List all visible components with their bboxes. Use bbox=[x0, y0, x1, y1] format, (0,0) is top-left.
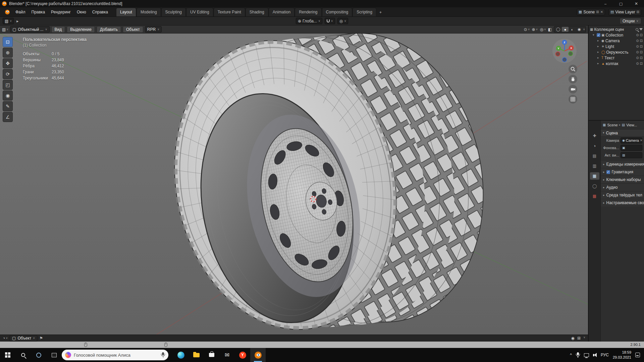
panel-custom-properties[interactable]: ▸ Настраиваемые свойства bbox=[601, 199, 644, 206]
panel-audio[interactable]: ▸ Аудио bbox=[601, 183, 644, 191]
scene-selector[interactable]: ▦ Scene ⊞ ✕ bbox=[577, 9, 605, 15]
render-camera-icon[interactable]: ⊡ bbox=[640, 62, 643, 65]
tool-scale-button[interactable]: ◰ bbox=[3, 80, 13, 90]
zoom-view-button[interactable] bbox=[569, 65, 577, 73]
volume-icon[interactable] bbox=[593, 353, 597, 357]
navigation-gizmo[interactable]: Z X Y bbox=[552, 38, 577, 64]
tool-move-button[interactable]: ✥ bbox=[3, 58, 13, 68]
scene-section-header[interactable]: ▾ Сцена bbox=[601, 129, 644, 137]
outliner-row-collection[interactable]: ▾ ✓ ▣ Collection ⊙⊡ bbox=[589, 32, 644, 38]
tool-rotate-button[interactable]: ⟳ bbox=[3, 69, 13, 79]
tab-layout[interactable]: Layout bbox=[116, 8, 136, 16]
tab-output-properties[interactable]: ▤ bbox=[590, 152, 599, 160]
cortana-button[interactable] bbox=[31, 348, 46, 362]
timeline-editor-type-button[interactable]: ◔ ∨ bbox=[3, 336, 8, 340]
shading-solid-button[interactable]: ● bbox=[562, 27, 569, 32]
notification-center-icon[interactable] bbox=[635, 353, 640, 357]
tab-render-properties[interactable]: ◑ bbox=[590, 142, 599, 149]
chevron-down-icon[interactable]: ∨ bbox=[583, 336, 585, 340]
viewport-editor-type-button[interactable]: ▧ ∨ bbox=[2, 27, 8, 32]
menu-rpr[interactable]: RPR ∨ bbox=[145, 26, 162, 33]
collection-checkbox[interactable]: ✓ bbox=[597, 33, 600, 37]
task-view-button[interactable] bbox=[46, 348, 62, 362]
alisa-search-box[interactable]: Голосовой помощник Алиса bbox=[62, 350, 168, 360]
disclosure-icon[interactable]: ▸ bbox=[597, 56, 600, 59]
tab-view-layer-properties[interactable]: ▥ bbox=[590, 162, 599, 170]
taskbar-search-button[interactable] bbox=[15, 348, 31, 362]
camera-property-field[interactable]: ◉ Camera ✕ bbox=[621, 137, 642, 143]
breadcrumb-scene[interactable]: Scene bbox=[607, 123, 618, 127]
3d-viewport-canvas[interactable] bbox=[0, 34, 588, 335]
overlays-toggle[interactable]: ◎ ∨ bbox=[540, 27, 546, 32]
menu-help[interactable]: Справка bbox=[90, 9, 111, 15]
interaction-mode-select[interactable]: ▢ Объектный ... ∨ bbox=[10, 26, 49, 33]
menu-file[interactable]: Файл bbox=[13, 9, 28, 15]
tab-sculpting[interactable]: Sculpting bbox=[161, 8, 186, 16]
3d-viewport[interactable]: ⊡ ⊕ ✥ ⟳ ◰ ◉ ✎ ∠ Пользовательская перспек… bbox=[0, 34, 588, 335]
tab-tool-properties[interactable]: ✚ bbox=[590, 132, 599, 139]
view-layer-selector[interactable]: ▤ View Layer ⊞ bbox=[608, 9, 641, 15]
tool-select-box-button[interactable]: ⊡ bbox=[3, 37, 13, 47]
render-camera-icon[interactable]: ⊡ bbox=[640, 39, 643, 43]
tab-compositing[interactable]: Compositing bbox=[322, 8, 353, 16]
unlink-scene-icon[interactable]: ✕ bbox=[600, 10, 603, 14]
render-camera-icon[interactable]: ⊡ bbox=[640, 56, 643, 60]
background-property-field[interactable]: ▣ bbox=[621, 145, 642, 151]
object-visibility-dropdown[interactable]: ⊙ ∨ bbox=[524, 27, 530, 32]
editor-type-selector[interactable]: ▧ ∨ bbox=[3, 18, 14, 24]
tab-scripting[interactable]: Scripting bbox=[353, 8, 376, 16]
tab-texture-properties[interactable]: ▩ bbox=[590, 192, 599, 200]
blender-menu-button[interactable] bbox=[3, 10, 12, 14]
timeline-mode-select[interactable]: ▢ Объект ∨ bbox=[10, 335, 37, 342]
microphone-icon[interactable] bbox=[161, 352, 165, 358]
tab-scene-properties[interactable]: ▦ bbox=[590, 172, 599, 180]
render-camera-icon[interactable]: ⊡ bbox=[640, 51, 643, 54]
transform-orientation-select[interactable]: ⊕ Глоба... ∨ bbox=[296, 18, 322, 24]
outliner-root-row[interactable]: ▦ Коллекция сцен bbox=[589, 26, 644, 32]
tab-animation[interactable]: Animation bbox=[269, 8, 294, 16]
tool-transform-button[interactable]: ◉ bbox=[3, 90, 13, 101]
clear-icon[interactable]: ✕ bbox=[640, 139, 643, 142]
xray-toggle[interactable]: ◧ bbox=[548, 27, 552, 32]
add-workspace-button[interactable]: + bbox=[377, 9, 384, 16]
menu-render[interactable]: Рендеринг bbox=[48, 9, 73, 15]
new-scene-icon[interactable]: ⊞ bbox=[596, 10, 599, 14]
tab-modeling[interactable]: Modeling bbox=[137, 8, 161, 16]
tab-texture-paint[interactable]: Texture Paint bbox=[214, 8, 245, 16]
taskbar-blender-button[interactable] bbox=[250, 348, 266, 362]
hide-eye-icon[interactable]: ⊙ bbox=[636, 56, 639, 60]
toggle-ortho-button[interactable] bbox=[569, 95, 577, 104]
outliner-row-kolpak[interactable]: ▸ ▲ колпак ⊙⊡ bbox=[589, 61, 644, 66]
snapping-toggle[interactable]: ∨ bbox=[325, 18, 335, 24]
tab-shading[interactable]: Shading bbox=[246, 8, 268, 16]
tab-rendering[interactable]: Rendering bbox=[295, 8, 321, 16]
menu-select[interactable]: Выделение bbox=[67, 26, 95, 33]
taskbar-clock[interactable]: 18:59 29.03.2021 bbox=[613, 350, 631, 360]
options-dropdown[interactable]: Опции ∨ bbox=[620, 18, 641, 24]
shading-wireframe-button[interactable]: ◯ bbox=[555, 27, 561, 32]
new-view-layer-icon[interactable]: ⊞ bbox=[637, 10, 639, 14]
outliner-row-camera[interactable]: ▸ ◉ Camera ⊙⊡ bbox=[589, 38, 644, 44]
taskbar-edge-button[interactable] bbox=[173, 348, 189, 362]
taskbar-explorer-button[interactable] bbox=[189, 348, 204, 362]
disclosure-icon[interactable]: ▸ bbox=[597, 45, 600, 48]
panel-rigid-body-world[interactable]: ▸ Среда твёрдых тел bbox=[601, 191, 644, 199]
panel-keying-sets[interactable]: ▸ Ключевые наборы bbox=[601, 176, 644, 183]
taskbar-mail-button[interactable]: ✉ bbox=[219, 348, 235, 362]
menu-add[interactable]: Добавить bbox=[97, 26, 121, 33]
render-camera-icon[interactable]: ⊡ bbox=[640, 34, 643, 37]
tool-cursor-button[interactable]: ⊕ bbox=[3, 48, 13, 58]
hidden-icons-chevron[interactable]: ^ bbox=[570, 353, 572, 357]
minimize-button[interactable]: – bbox=[598, 0, 613, 7]
hide-eye-icon[interactable]: ⊙ bbox=[636, 34, 639, 37]
breadcrumb-view-layer[interactable]: View... bbox=[626, 123, 637, 127]
hide-eye-icon[interactable]: ⊙ bbox=[636, 45, 639, 48]
panel-gravity[interactable]: ▸ ✓ Гравитация bbox=[601, 168, 644, 176]
disclosure-icon[interactable]: ▾ bbox=[593, 34, 596, 37]
pan-view-button[interactable] bbox=[569, 75, 577, 83]
menu-object[interactable]: Объект bbox=[123, 26, 143, 33]
shading-rendered-button[interactable]: ◉ bbox=[576, 27, 583, 32]
tab-uv-editing[interactable]: UV Editing bbox=[186, 8, 213, 16]
outliner-row-circle[interactable]: ▸ ◯ Окружность ⊙⊡ bbox=[589, 49, 644, 55]
gizmos-toggle[interactable]: ⊕ ∨ bbox=[532, 27, 538, 32]
